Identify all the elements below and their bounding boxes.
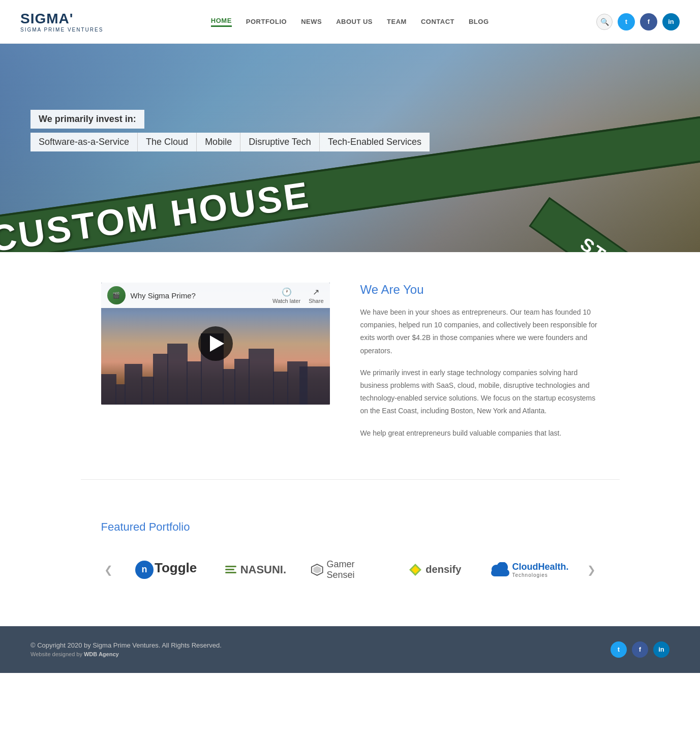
facebook-icon: f [648,18,650,25]
nasuni-icon [225,566,236,573]
hero-section: CUSTOM HOUSE ST We primarily invest in: … [0,44,700,252]
logo-gamersensei[interactable]: Gamer Sensei [306,554,385,586]
nav-blog[interactable]: BLOG [469,18,489,25]
building-14 [299,366,330,405]
footer-left: © Copyright 2020 by Sigma Prime Ventures… [31,641,222,657]
about-paragraph-2: We primarily invest in early stage techn… [360,366,599,418]
footer-credit: Website designed by WDB Agency [31,651,222,657]
building-6 [167,344,188,405]
street-sign-h-text: CUSTOM HOUSE [0,174,313,252]
tag-tech-enabled: Tech-Enabled Services [319,133,430,151]
cloudhealth-icon [490,562,510,577]
invest-tags: Software-as-a-Service The Cloud Mobile D… [31,133,430,151]
footer-facebook-button[interactable]: f [632,641,648,658]
portfolio-title: Featured Portfolio [101,520,599,534]
footer-credit-link[interactable]: WDB Agency [84,651,119,657]
building-11 [249,349,274,405]
densify-icon [408,563,422,577]
building-12 [273,372,288,405]
next-arrow[interactable]: ❯ [584,562,599,577]
ntoggle-text: nToggle [135,560,197,579]
video-player[interactable]: 🎬 Why Sigma Prime? 🕐 Watch later ↗ Share [101,283,330,405]
street-sign-vertical: ST [529,197,657,252]
play-button[interactable] [198,326,233,361]
twitter-button[interactable]: t [618,13,635,30]
nav-home[interactable]: HOME [211,17,232,27]
watch-later-label: Watch later [272,298,300,304]
nav-contact[interactable]: CONTACT [421,18,454,25]
building-5 [153,354,168,405]
portfolio-section: Featured Portfolio ❮ nToggle NA [81,510,620,626]
nav-portfolio[interactable]: PORTFOLIO [246,18,287,25]
portfolio-carousel: ❮ nToggle NASUNI. [101,554,599,586]
about-paragraph-1: We have been in your shoes as entreprene… [360,306,599,357]
share-label: Share [309,298,323,304]
nasuni-text: NASUNI. [225,563,286,576]
prev-arrow[interactable]: ❮ [101,562,116,577]
ntoggle-icon: n [135,561,154,579]
tag-saas: Software-as-a-Service [31,133,137,151]
footer-copyright: © Copyright 2020 by Sigma Prime Ventures… [31,641,222,649]
watch-later-button[interactable]: 🕐 Watch later [272,287,300,304]
densify-text: densify [408,563,461,577]
building-4 [141,377,154,405]
footer-twitter-button[interactable]: t [611,641,627,658]
footer-social: t f in [611,641,669,658]
logo-text: SIGMA' [20,11,103,27]
footer: © Copyright 2020 by Sigma Prime Ventures… [0,626,700,673]
tag-disruptive: Disruptive Tech [240,133,319,151]
footer-linkedin-button[interactable]: in [653,641,669,658]
logo[interactable]: SIGMA' Sigma Prime Ventures [20,11,103,33]
building-10 [234,359,250,405]
logo-nasuni[interactable]: NASUNI. [216,558,295,581]
section-divider [81,479,620,480]
video-container: 🎬 Why Sigma Prime? 🕐 Watch later ↗ Share [101,283,330,405]
footer-twitter-icon: t [618,646,620,653]
nasuni-line-3 [225,572,236,573]
gamersensei-label: Gamer Sensei [327,559,380,580]
building-9 [223,369,235,405]
next-arrow-icon: ❯ [587,564,596,576]
logo-ntoggle[interactable]: nToggle [127,555,206,584]
building-2 [115,384,126,405]
share-icon: ↗ [313,287,319,297]
search-button[interactable]: 🔍 [596,14,613,30]
gamersensei-text: Gamer Sensei [311,559,380,580]
about-paragraph-3: We help great entrepreneurs build valuab… [360,427,599,440]
linkedin-button[interactable]: in [662,13,680,30]
linkedin-icon: in [668,18,674,25]
footer-linkedin-icon: in [658,646,664,653]
nasuni-label: NASUNI. [240,563,286,576]
video-title: Why Sigma Prime? [131,291,267,300]
play-icon [210,335,224,352]
video-top-bar: 🎬 Why Sigma Prime? 🕐 Watch later ↗ Share [101,283,330,308]
footer-facebook-icon: f [639,646,641,653]
video-actions: 🕐 Watch later ↗ Share [272,287,324,304]
footer-credit-prefix: Website designed by [31,651,84,657]
video-channel-avatar: 🎬 [107,286,126,304]
portfolio-logos: nToggle NASUNI. [127,554,574,586]
invest-label: We primarily invest in: [31,110,144,129]
nav-news[interactable]: NEWS [301,18,322,25]
share-button[interactable]: ↗ Share [309,287,323,304]
about-content: We Are You We have been in your shoes as… [360,283,599,449]
logo-densify[interactable]: densify [395,558,474,582]
main-section: 🎬 Why Sigma Prime? 🕐 Watch later ↗ Share [81,252,620,479]
twitter-icon: t [625,18,627,25]
svg-point-6 [497,562,508,573]
watch-later-icon: 🕐 [282,287,292,297]
logo-sub: Sigma Prime Ventures [20,27,103,33]
tag-cloud: The Cloud [137,133,196,151]
building-1 [101,374,116,405]
logo-cloudhealth[interactable]: CloudHealth. Technologies [485,557,574,583]
cloudhealth-text: CloudHealth. Technologies [490,562,569,578]
nasuni-line-1 [225,566,236,567]
facebook-button[interactable]: f [640,13,657,30]
about-title: We Are You [360,283,599,297]
nav-about[interactable]: ABOUT US [336,18,373,25]
hero-content: We primarily invest in: Software-as-a-Se… [31,110,430,151]
prev-arrow-icon: ❮ [104,564,113,576]
nav-team[interactable]: TEAM [387,18,407,25]
nasuni-line-2 [225,569,234,570]
svg-marker-1 [313,566,321,573]
